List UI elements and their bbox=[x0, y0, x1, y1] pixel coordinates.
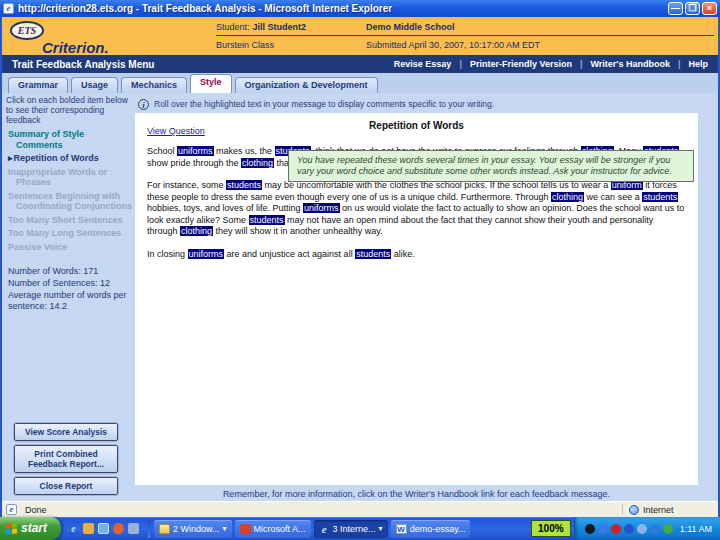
ie-quicklaunch-icon[interactable]: e bbox=[68, 523, 79, 534]
highlighted-word[interactable]: students bbox=[642, 192, 678, 202]
highlighted-word[interactable]: uniforms bbox=[303, 203, 340, 213]
highlighted-word[interactable]: students bbox=[249, 215, 285, 225]
taskbar-divider bbox=[148, 520, 150, 538]
folder-icon bbox=[159, 524, 170, 534]
tray-icons bbox=[585, 524, 673, 534]
feedback-panel: View Question Repetition of Words School… bbox=[135, 113, 698, 485]
task-group-arrow-icon[interactable]: ▾ bbox=[223, 524, 227, 533]
start-button[interactable]: start bbox=[0, 517, 61, 540]
tray-volume-icon[interactable] bbox=[585, 524, 595, 534]
clock[interactable]: 1:11 AM bbox=[680, 524, 712, 534]
sidebar-item-summary-of-style-comments[interactable]: Summary of Style Comments bbox=[8, 129, 132, 150]
highlighted-word[interactable]: students bbox=[226, 180, 262, 190]
task-label: 2 Window... bbox=[173, 524, 220, 534]
tab-mechanics[interactable]: Mechanics bbox=[121, 77, 187, 93]
rollover-instruction: i Roll over the highlighted text in your… bbox=[138, 96, 710, 112]
highlighted-word[interactable]: clothing bbox=[180, 226, 213, 236]
tab-usage[interactable]: Usage bbox=[71, 77, 118, 93]
tray-network-icon[interactable] bbox=[663, 524, 673, 534]
highlighted-word[interactable]: uniforms bbox=[177, 146, 214, 156]
task-label: 3 Interne... bbox=[333, 524, 376, 534]
sidebar-item-label: Too Many Long Sentences bbox=[8, 228, 121, 238]
minimize-button[interactable]: — bbox=[668, 2, 683, 15]
quick-launch: e bbox=[61, 523, 146, 534]
sidebar: Click on each bolded item below to see t… bbox=[2, 93, 134, 501]
tray-pause-icon[interactable] bbox=[624, 524, 634, 534]
sidebar-item-label: Too Many Short Sentences bbox=[8, 215, 123, 225]
info-icon: i bbox=[138, 99, 149, 110]
ets-logo: ETS bbox=[10, 21, 44, 40]
view-score-analysis-button[interactable]: View Score Analysis bbox=[14, 423, 118, 441]
tab-grammar[interactable]: Grammar bbox=[8, 77, 68, 93]
menu-bar: Trait Feedback Analysis Menu Revise Essa… bbox=[2, 55, 718, 73]
sidebar-item-sentences-beginning-with-coordinating-conjunctions[interactable]: Sentences Beginning with Coordinating Co… bbox=[8, 191, 132, 212]
word-icon: W bbox=[396, 524, 407, 534]
zoom-level-indicator[interactable]: 100% bbox=[531, 520, 571, 537]
content-area: Click on each bolded item below to see t… bbox=[2, 93, 718, 501]
selected-item-arrow-icon: ▸ bbox=[8, 153, 13, 163]
tab-strip: GrammarUsageMechanicsStyleOrganization &… bbox=[2, 73, 718, 93]
status-text: Done bbox=[25, 505, 47, 515]
close-button[interactable]: × bbox=[702, 2, 717, 15]
taskbar-task-microsoft-a[interactable]: Microsoft A... bbox=[235, 520, 311, 538]
sidebar-item-repetition-of-words[interactable]: ▸Repetition of Words bbox=[8, 153, 132, 164]
tray-messenger-icon[interactable] bbox=[598, 524, 608, 534]
app-header: ETS Criterion. Student: Jill Student2 De… bbox=[2, 17, 718, 55]
class-name: Burstein Class bbox=[216, 36, 366, 53]
highlighted-word[interactable]: students bbox=[355, 249, 391, 259]
task-label: demo-essay... bbox=[410, 524, 466, 534]
internet-zone-icon bbox=[629, 505, 639, 515]
tab-style[interactable]: Style bbox=[190, 74, 232, 93]
sidebar-item-label: Sentences Beginning with Coordinating Co… bbox=[8, 191, 132, 212]
print-combined-feedback-report-button[interactable]: Print Combined Feedback Report... bbox=[14, 445, 118, 473]
tray-clock-icon[interactable] bbox=[637, 524, 647, 534]
sidebar-item-too-many-long-sentences[interactable]: Too Many Long Sentences bbox=[8, 228, 132, 239]
windows-flag-icon bbox=[6, 523, 17, 535]
media-player-quicklaunch-icon[interactable] bbox=[113, 523, 124, 534]
window-title: http://criterion28.ets.org - Trait Feedb… bbox=[18, 3, 668, 14]
sidebar-buttons: View Score AnalysisPrint Combined Feedba… bbox=[14, 423, 118, 495]
menubar-link-help[interactable]: Help bbox=[688, 59, 708, 69]
criterion-logo: Criterion. bbox=[42, 40, 109, 55]
status-zone: Internet bbox=[623, 505, 718, 515]
view-question-link[interactable]: View Question bbox=[147, 126, 205, 136]
mail-quicklaunch-icon[interactable] bbox=[83, 523, 94, 534]
sidebar-item-passive-voice[interactable]: Passive Voice bbox=[8, 242, 132, 253]
app-red-icon bbox=[240, 524, 251, 534]
task-group-arrow-icon[interactable]: ▾ bbox=[379, 524, 383, 533]
menubar-link-printer-friendly-version[interactable]: Printer-Friendly Version bbox=[470, 59, 572, 69]
show-desktop-icon[interactable] bbox=[98, 523, 109, 534]
close-report-button[interactable]: Close Report bbox=[14, 477, 118, 495]
taskbar-task-3-interne[interactable]: e3 Interne...▾ bbox=[314, 520, 388, 538]
highlighted-word[interactable]: uniforms bbox=[188, 249, 225, 259]
feedback-tooltip: You have repeated these words several ti… bbox=[288, 150, 694, 182]
taskbar-tasks: 2 Window...▾Microsoft A...e3 Interne...▾… bbox=[152, 520, 528, 538]
ie-window: e http://criterion28.ets.org - Trait Fee… bbox=[0, 0, 720, 540]
system-tray: 1:11 AM bbox=[574, 517, 720, 540]
menubar-link-revise-essay[interactable]: Revise Essay bbox=[394, 59, 452, 69]
restore-button[interactable]: ❐ bbox=[685, 2, 700, 15]
panel-header: View Question Repetition of Words bbox=[135, 113, 698, 140]
menubar-link-writer-s-handbook[interactable]: Writer's Handbook bbox=[590, 59, 669, 69]
tray-alert-icon[interactable] bbox=[611, 524, 621, 534]
taskbar-task-demo-essay[interactable]: Wdemo-essay... bbox=[391, 520, 471, 538]
status-bar: e Done Internet bbox=[2, 501, 718, 517]
sidebar-list: Summary of Style Comments▸Repetition of … bbox=[6, 129, 132, 252]
sidebar-stat: Average number of words per sentence: 14… bbox=[8, 290, 132, 312]
sidebar-item-too-many-short-sentences[interactable]: Too Many Short Sentences bbox=[8, 215, 132, 226]
tray-player-icon[interactable] bbox=[650, 524, 660, 534]
app-quicklaunch-icon[interactable] bbox=[128, 523, 139, 534]
essay-paragraph: In closing uniforms are and unjustice ac… bbox=[147, 249, 686, 261]
ie-page-icon: e bbox=[3, 3, 14, 14]
highlighted-word[interactable]: clothing bbox=[241, 158, 274, 168]
sidebar-item-label: Repetition of Words bbox=[14, 153, 99, 163]
sidebar-stat: Number of Sentences: 12 bbox=[8, 278, 132, 289]
sidebar-item-inappropriate-words-or-phrases[interactable]: Inappropriate Words or Phrases bbox=[8, 167, 132, 188]
menubar-links: Revise Essay|Printer-Friendly Version|Wr… bbox=[394, 59, 718, 69]
highlighted-word[interactable]: clothing bbox=[551, 192, 584, 202]
tab-organization-development[interactable]: Organization & Development bbox=[235, 77, 378, 93]
student-line: Student: Jill Student2 bbox=[216, 19, 366, 36]
start-label: start bbox=[21, 517, 47, 540]
taskbar-task-2-window[interactable]: 2 Window...▾ bbox=[154, 520, 232, 538]
menubar-separator: | bbox=[580, 59, 583, 69]
